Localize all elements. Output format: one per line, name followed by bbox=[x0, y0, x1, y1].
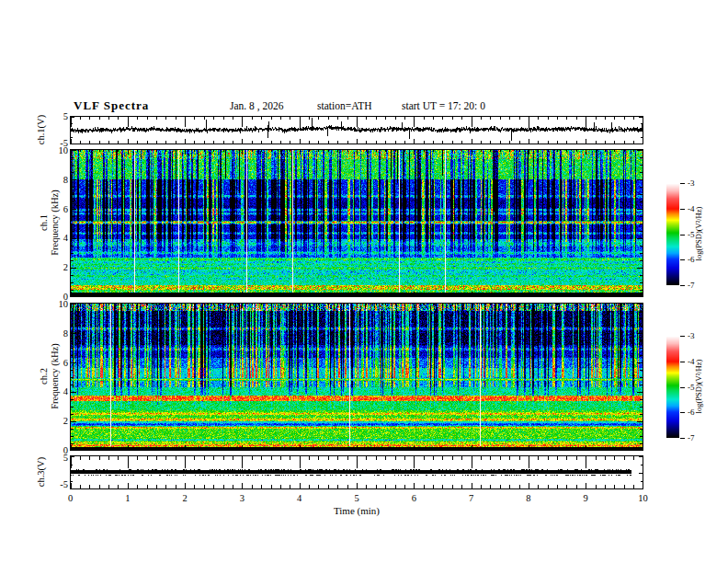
ch1-freq-tick-label: 10 bbox=[40, 145, 68, 155]
plot-start-time: start UT = 17: 20: 0 bbox=[402, 100, 485, 111]
frequency-label-line2: Frequency (kHz) bbox=[49, 190, 60, 255]
colorbar-tick-label: -7 bbox=[688, 282, 695, 290]
time-tick-label: 5 bbox=[343, 493, 370, 503]
colorbar1-psd-label: log(PSD)(V²/Hz) bbox=[694, 207, 705, 261]
ch2-frequency-axis-label: ch.2 Frequency (kHz) bbox=[39, 343, 60, 408]
ch1v-tick-label: 5 bbox=[40, 111, 68, 121]
colorbar-tick bbox=[680, 362, 685, 362]
colorbar-tick-label: -5 bbox=[688, 231, 695, 239]
ch1-freq-tick-label: 4 bbox=[40, 233, 68, 243]
colorbar-tick-label: -7 bbox=[688, 434, 695, 442]
time-tick-label: 10 bbox=[630, 493, 657, 503]
plot-date: Jan. 8 , 2026 bbox=[230, 100, 283, 111]
time-tick-label: 1 bbox=[114, 493, 142, 503]
plot-title: VLF Spectra bbox=[74, 98, 149, 113]
time-tick-label: 6 bbox=[400, 493, 427, 503]
colorbar-tick bbox=[680, 387, 685, 388]
colorbar-tick-label: -4 bbox=[688, 358, 695, 366]
ch1-freq-tick-label: 8 bbox=[40, 175, 68, 185]
colorbar-tick-label: -3 bbox=[688, 332, 695, 340]
frequency-label-line2b: Frequency (kHz) bbox=[49, 343, 60, 408]
vlf-spectra-figure: VLF Spectra Jan. 8 , 2026 station=ATH st… bbox=[0, 0, 728, 563]
time-tick-label: 0 bbox=[57, 493, 85, 503]
ch1-spectrogram-panel bbox=[70, 149, 643, 297]
ch3v-tick-label: -5 bbox=[40, 479, 68, 489]
colorbar-tick-label: -3 bbox=[688, 179, 695, 188]
ch1-waveform-panel bbox=[70, 116, 643, 144]
colorbar-tick-label: -6 bbox=[688, 256, 695, 264]
time-tick-label: 7 bbox=[458, 493, 485, 503]
ch1-freq-tick-label: 6 bbox=[40, 204, 68, 214]
colorbar-tick bbox=[680, 438, 685, 439]
ch2-spectrogram-panel bbox=[70, 303, 643, 451]
colorbar-tick bbox=[680, 285, 685, 286]
colorbar-ch1 bbox=[666, 183, 679, 285]
time-tick-label: 3 bbox=[228, 493, 256, 503]
ch2-freq-tick-label: 8 bbox=[40, 328, 68, 339]
colorbar-ch2 bbox=[666, 336, 679, 438]
colorbar-tick bbox=[680, 259, 685, 260]
ch3-waveform-panel bbox=[70, 455, 643, 489]
time-tick-label: 4 bbox=[286, 493, 313, 503]
ch2-freq-tick-label: 2 bbox=[40, 416, 68, 426]
ch2-label-line1: ch.2 bbox=[39, 343, 50, 408]
time-tick-label: 8 bbox=[515, 493, 542, 503]
time-tick-label: 2 bbox=[171, 493, 199, 503]
colorbar-tick-label: -5 bbox=[688, 384, 695, 392]
plot-station: station=ATH bbox=[317, 100, 372, 111]
ch2-freq-tick-label: 6 bbox=[40, 358, 68, 368]
colorbar-tick bbox=[680, 412, 685, 413]
colorbar-tick bbox=[680, 183, 685, 184]
ch3v-tick-label: 5 bbox=[40, 453, 68, 463]
colorbar-tick bbox=[680, 336, 685, 337]
ch1-label-line1: ch.1 bbox=[39, 190, 50, 255]
ch1-freq-tick-label: 2 bbox=[40, 262, 68, 272]
colorbar-tick-label: -6 bbox=[688, 408, 695, 417]
colorbar-tick bbox=[680, 235, 685, 236]
ch2-freq-tick-label: 4 bbox=[40, 386, 68, 396]
time-tick-label: 9 bbox=[572, 493, 599, 503]
colorbar2-psd-label: log(PSD)(V²/Hz) bbox=[694, 360, 705, 414]
colorbar-tick bbox=[680, 209, 685, 210]
ch1-frequency-axis-label: ch.1 Frequency (kHz) bbox=[39, 190, 60, 255]
ch2-freq-tick-label: 10 bbox=[40, 299, 68, 309]
colorbar-tick-label: -4 bbox=[688, 205, 695, 213]
time-axis-label: Time (min) bbox=[283, 505, 430, 516]
